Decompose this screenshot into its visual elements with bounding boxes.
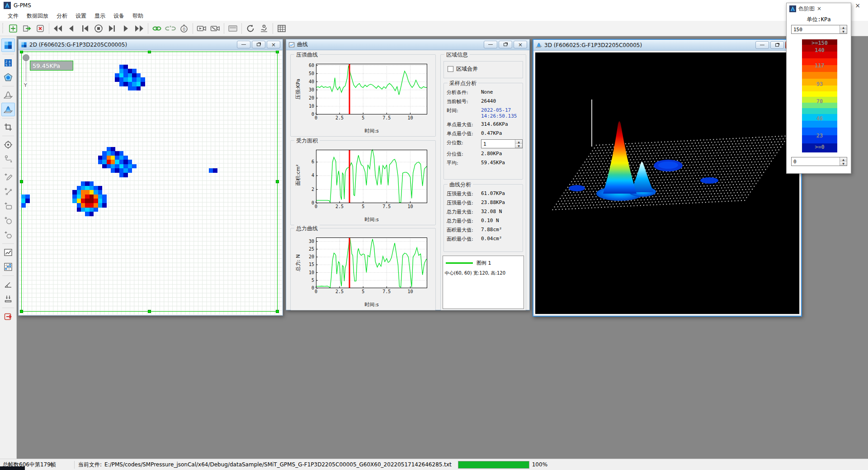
colormap-max-input[interactable] bbox=[792, 25, 840, 33]
menu-item-7[interactable]: 帮助 bbox=[128, 11, 147, 21]
curves-close-button[interactable]: × bbox=[514, 41, 527, 48]
spin-up-icon[interactable]: ▲ bbox=[515, 140, 522, 144]
colormap-titlebar[interactable]: 色阶图 × bbox=[787, 3, 851, 14]
pressure-tooltip[interactable]: 59.45KPa bbox=[30, 61, 73, 71]
sidebar-item-view-3d-wire[interactable] bbox=[1, 88, 15, 102]
selection-rect[interactable] bbox=[21, 52, 278, 312]
menu-item-4[interactable]: 设置 bbox=[71, 11, 90, 21]
3d-scene[interactable] bbox=[535, 52, 799, 314]
pressure-cell bbox=[102, 199, 107, 203]
pressure-cell bbox=[128, 160, 132, 164]
app-titlebar[interactable]: G-PMS × bbox=[0, 0, 868, 11]
add-button[interactable] bbox=[6, 22, 20, 35]
selection-handle[interactable] bbox=[148, 51, 151, 53]
selection-handle[interactable] bbox=[276, 51, 279, 53]
menu-item-2[interactable]: 数据回放 bbox=[23, 11, 52, 21]
spin-up-icon[interactable]: ▲ bbox=[840, 25, 847, 29]
toolbar-grip[interactable] bbox=[2, 23, 5, 34]
pressure-cell bbox=[123, 164, 128, 169]
sidebar-item-draw-polygon[interactable] bbox=[1, 228, 15, 242]
curves-restore-button[interactable] bbox=[499, 41, 512, 48]
selection-handle[interactable] bbox=[20, 310, 23, 313]
sidebar-item-view-2d[interactable] bbox=[1, 38, 15, 52]
selection-handle[interactable] bbox=[148, 310, 151, 313]
pressure-cell bbox=[141, 77, 145, 82]
quantile-input[interactable] bbox=[481, 140, 515, 148]
sidebar-item-crop-tool[interactable] bbox=[1, 120, 15, 134]
menu-item-5[interactable]: 显示 bbox=[90, 11, 109, 21]
pressure-cell bbox=[21, 203, 26, 208]
sidebar-item-matrix-view[interactable] bbox=[1, 260, 15, 274]
colormap-max-spinner[interactable]: ▲▼ bbox=[840, 25, 847, 33]
step-back-button[interactable] bbox=[65, 22, 78, 35]
sidebar-item-apply-tool[interactable] bbox=[1, 292, 15, 306]
delete-button[interactable] bbox=[33, 22, 47, 35]
selection-handle[interactable] bbox=[20, 180, 23, 183]
colormap-min-input[interactable] bbox=[792, 157, 840, 166]
signature-button[interactable] bbox=[257, 22, 271, 35]
area-curve-plot[interactable]: 02.557.5100246 bbox=[316, 150, 427, 203]
export-button[interactable] bbox=[20, 22, 33, 35]
sidebar-separator bbox=[2, 118, 14, 119]
pressure-cell bbox=[85, 186, 90, 190]
camera-stop-button[interactable] bbox=[208, 22, 222, 35]
2d-minimize-button[interactable] bbox=[237, 41, 250, 48]
go-start-button[interactable] bbox=[78, 22, 92, 35]
stop-button[interactable] bbox=[92, 22, 105, 35]
unlink-button[interactable] bbox=[164, 22, 177, 35]
go-end-button[interactable] bbox=[105, 22, 119, 35]
info-row: 分析条件:None bbox=[444, 88, 523, 97]
3d-window-titlebar[interactable]: 3D (F606025:G-F1P3D2205C00005) × bbox=[533, 40, 801, 51]
sidebar-item-draw-line[interactable] bbox=[1, 185, 15, 198]
selection-handle[interactable] bbox=[20, 51, 23, 53]
link-button[interactable] bbox=[150, 22, 164, 35]
2d-window-titlebar[interactable]: 2D (F606025:G-F1P3D2205C00005) × bbox=[19, 39, 283, 50]
fast-forward-button[interactable] bbox=[132, 22, 146, 35]
sidebar-item-draw-circle[interactable] bbox=[1, 214, 15, 227]
pressure-cell bbox=[115, 77, 119, 82]
camera-record-button[interactable] bbox=[195, 22, 208, 35]
menu-item-3[interactable]: 分析 bbox=[52, 11, 71, 21]
2d-close-button[interactable]: × bbox=[267, 41, 280, 48]
sidebar-item-view-3d[interactable] bbox=[1, 103, 15, 116]
info-row: 分位数:▲▼ bbox=[444, 138, 523, 149]
spin-down-icon[interactable]: ▼ bbox=[840, 161, 847, 166]
play-button[interactable] bbox=[119, 22, 132, 35]
sidebar-item-result-chart[interactable] bbox=[1, 246, 15, 259]
quantile-spinner[interactable]: ▲▼ bbox=[515, 140, 522, 148]
force-curve-plot[interactable]: 02.557.510051015202530 bbox=[316, 237, 427, 288]
pressure-cell bbox=[98, 156, 103, 160]
sidebar-item-center-tool[interactable] bbox=[1, 138, 15, 152]
spin-up-icon[interactable]: ▲ bbox=[840, 157, 847, 161]
curves-window-titlebar[interactable]: 曲线 × bbox=[286, 39, 529, 50]
sidebar-item-angle-tool[interactable] bbox=[1, 278, 15, 291]
menu-item-1[interactable]: 文件 bbox=[4, 11, 23, 21]
colormap-min-spinner[interactable]: ▲▼ bbox=[840, 157, 847, 166]
selection-handle[interactable] bbox=[276, 310, 279, 313]
timer-button[interactable]: 0 bbox=[177, 22, 191, 35]
sidebar-item-frame-grid[interactable]: 2453 bbox=[1, 56, 15, 70]
region-merge-checkbox[interactable] bbox=[448, 66, 453, 72]
refresh-button[interactable] bbox=[244, 22, 257, 35]
selection-handle[interactable] bbox=[276, 180, 279, 183]
pressure-cell bbox=[119, 151, 124, 156]
screenshot-button[interactable] bbox=[226, 22, 240, 35]
sidebar-item-trajectory-tool[interactable] bbox=[1, 152, 15, 166]
pressure-grid-2d[interactable]: Y 59.45KPa bbox=[19, 51, 282, 315]
sidebar-item-region-pentagon[interactable] bbox=[1, 71, 15, 84]
3d-restore-button[interactable] bbox=[770, 41, 784, 49]
spin-down-icon[interactable]: ▼ bbox=[515, 144, 522, 148]
spin-down-icon[interactable]: ▼ bbox=[840, 29, 847, 33]
calendar-button[interactable] bbox=[275, 22, 288, 35]
rewind-button[interactable] bbox=[51, 22, 65, 35]
3d-minimize-button[interactable] bbox=[755, 41, 769, 49]
colormap-close-button[interactable]: × bbox=[817, 5, 821, 12]
sidebar-item-draw-pencil[interactable] bbox=[1, 170, 15, 184]
pressure-curve-plot[interactable]: 02.557.5100102030405060 bbox=[316, 64, 427, 114]
colormap-max-spinbox: ▲▼ bbox=[791, 25, 847, 34]
menu-item-6[interactable]: 设备 bbox=[109, 11, 128, 21]
curves-minimize-button[interactable] bbox=[484, 41, 497, 48]
2d-restore-button[interactable] bbox=[252, 41, 265, 48]
sidebar-item-exit-tool[interactable] bbox=[1, 310, 15, 323]
sidebar-item-draw-rect[interactable] bbox=[1, 199, 15, 213]
